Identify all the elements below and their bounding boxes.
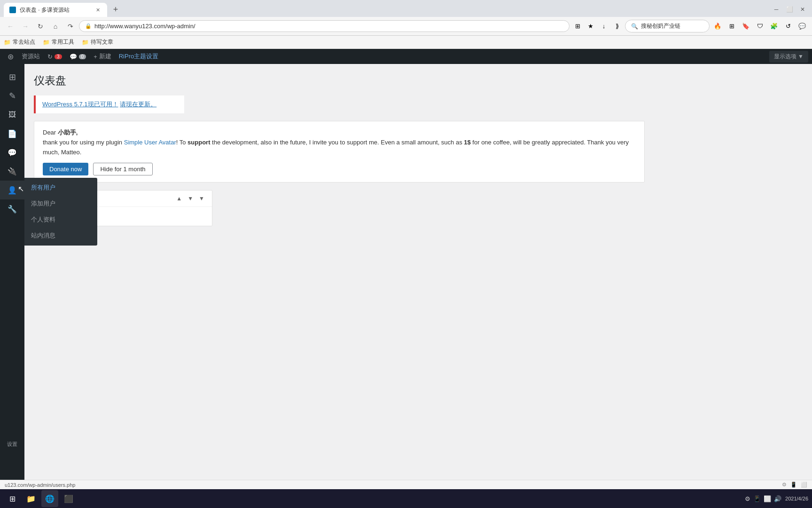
page-title: 仪表盘: [34, 73, 803, 88]
sidebar-item-dashboard[interactable]: ⊞: [0, 68, 24, 87]
forward-button[interactable]: →: [19, 20, 32, 33]
submenu-item-add-user[interactable]: 添加用户: [24, 196, 97, 212]
submenu-item-messages[interactable]: 站内消息: [24, 228, 97, 244]
tray-icon-4[interactable]: 🔊: [774, 495, 781, 502]
history-button[interactable]: ↷: [64, 20, 77, 33]
taskbar: ⊞ 📁 🌐 ⬛ ⚙ 📱 ⬜ 🔊 2021/4/26: [0, 489, 812, 508]
ext-refresh2-icon[interactable]: ↺: [782, 20, 794, 32]
wp-version-text: WordPress 5.7.1现已可用！: [42, 101, 118, 108]
window-controls: ─ ⬜ ✕: [771, 4, 808, 15]
widget-config-button[interactable]: ▼: [197, 194, 206, 203]
refresh-button[interactable]: ↻: [34, 20, 47, 33]
comments-item[interactable]: 💬 0: [67, 49, 89, 64]
browser-tab[interactable]: 仪表盘 · 多课资源站 ✕: [4, 3, 107, 17]
bookmark-label: 常去站点: [13, 38, 35, 46]
sidebar-item-settings[interactable]: 🔧: [0, 199, 24, 218]
notice-buttons: Donate now Hide for 1 month: [43, 163, 636, 175]
search-box[interactable]: 🔍 搜秘创奶产业链: [625, 20, 710, 32]
restore-button[interactable]: ⬜: [784, 4, 795, 15]
plugin-notice-text: Dear 小助手, thank you for using my plugin …: [43, 128, 636, 157]
amount-bold: 1$: [464, 139, 470, 146]
tab-favicon: [9, 7, 16, 13]
browser-window: 仪表盘 · 多课资源站 ✕ + ─ ⬜ ✕ ← → ↻ ⌂ ↷ 🔒 http:/…: [0, 0, 812, 508]
ext-apps-icon[interactable]: ⊞: [726, 20, 738, 32]
tab-close-icon[interactable]: ✕: [94, 6, 102, 14]
updates-item[interactable]: ↻ 3: [45, 49, 65, 64]
update-link[interactable]: 请现在更新。: [120, 101, 156, 108]
media-icon: 🖼: [8, 111, 16, 119]
new-item[interactable]: + 新建: [91, 49, 114, 64]
start-button[interactable]: ⊞: [4, 490, 21, 507]
sidebar-bottom-settings[interactable]: 设置: [0, 437, 24, 452]
ext-wechat-icon[interactable]: 💬: [796, 20, 808, 32]
update-notice-text: WordPress 5.7.1现已可用！ 请现在更新。: [42, 100, 156, 109]
sys-tray-icons: ⚙ 📱 ⬜ 🔊: [745, 495, 781, 502]
ext-shield-icon[interactable]: 🛡: [754, 20, 766, 32]
status-icon-3: ⬜: [801, 482, 807, 488]
address-bar[interactable]: 🔒 http://www.wanyu123.com/wp-admin/: [79, 20, 570, 32]
greeting-name: 小助手,: [58, 129, 78, 136]
submenu-item-all-users[interactable]: 所有用户: [24, 180, 97, 196]
minimize-button[interactable]: ─: [771, 4, 782, 15]
tray-icon-3[interactable]: ⬜: [764, 495, 771, 502]
dashboard-icon: ⊞: [9, 72, 16, 82]
donate-now-button[interactable]: Donate now: [43, 163, 88, 175]
display-options-button[interactable]: 显示选项 ▼: [769, 51, 808, 63]
tray-icon-2[interactable]: 📱: [753, 495, 761, 502]
hide-month-button[interactable]: Hide for 1 month: [93, 163, 152, 175]
ripro-item[interactable]: RiPro主题设置: [116, 49, 162, 64]
wp-main: ⊞ ✎ 🖼 📄 💬 🔌 👤: [0, 64, 812, 480]
status-icon-1: ⚙: [782, 482, 787, 488]
sidebar-item-pages[interactable]: 📄: [0, 124, 24, 143]
back-button[interactable]: ←: [4, 20, 17, 33]
status-url: u123.com/wp-admin/users.php: [5, 482, 75, 488]
ext-arrow-icon[interactable]: ⟫: [611, 20, 623, 32]
tray-icon-1[interactable]: ⚙: [745, 495, 750, 502]
updates-badge: 3: [55, 54, 62, 59]
security-icon: 🔒: [85, 23, 92, 29]
comments-side-icon: 💬: [8, 148, 17, 157]
ext-fire-icon[interactable]: 🔥: [711, 20, 724, 32]
new-icon: +: [94, 53, 97, 60]
widget-up-button[interactable]: ▲: [174, 194, 184, 203]
sidebar-item-comments[interactable]: 💬: [0, 143, 24, 162]
new-tab-button[interactable]: +: [109, 3, 122, 16]
status-icon-2: 📱: [790, 482, 797, 488]
ext-download-icon[interactable]: ↓: [598, 20, 610, 32]
taskbar-app-explorer[interactable]: 📁: [23, 490, 39, 507]
plugins-icon: 🔌: [8, 167, 17, 176]
bookmark-folder-icon3: 📁: [82, 39, 89, 46]
home-button[interactable]: ⌂: [49, 20, 62, 33]
plugin-link[interactable]: Simple User Avatar: [124, 139, 176, 146]
posts-icon: ✎: [9, 91, 16, 101]
ext-star-icon[interactable]: ★: [585, 20, 597, 32]
nav-bar: ← → ↻ ⌂ ↷ 🔒 http://www.wanyu123.com/wp-a…: [0, 17, 812, 36]
new-text: 新建: [99, 52, 111, 61]
wp-sidebar: ⊞ ✎ 🖼 📄 💬 🔌 👤: [0, 64, 24, 480]
ext-grid-icon[interactable]: ⊞: [571, 20, 584, 32]
bookmark-tools[interactable]: 📁 常用工具: [43, 38, 74, 46]
tab-bar: 仪表盘 · 多课资源站 ✕ + ─ ⬜ ✕: [0, 0, 812, 17]
search-icon: 🔍: [631, 23, 638, 30]
taskbar-app-chrome[interactable]: 🌐: [41, 490, 58, 507]
wp-logo[interactable]: ⊛: [4, 50, 17, 63]
bookmark-changqu[interactable]: 📁 常去站点: [4, 38, 35, 46]
taskbar-app-terminal[interactable]: ⬛: [60, 490, 77, 507]
taskbar-time: 2021/4/26: [785, 496, 808, 501]
widget-down-button[interactable]: ▼: [186, 194, 195, 203]
settings-icon: 🔧: [8, 205, 17, 214]
site-name-link[interactable]: 资源站: [19, 49, 43, 64]
search-text: 搜秘创奶产业链: [641, 22, 680, 30]
sidebar-item-media[interactable]: 🖼: [0, 105, 24, 124]
sidebar-item-users[interactable]: 👤: [0, 181, 24, 199]
sidebar-item-posts[interactable]: ✎: [0, 87, 24, 105]
bookmark-label2: 常用工具: [52, 38, 74, 46]
bookmark-articles[interactable]: 📁 待写文章: [82, 38, 113, 46]
sidebar-item-plugins[interactable]: 🔌: [0, 162, 24, 181]
wp-content: 仪表盘 WordPress 5.7.1现已可用！ 请现在更新。 Dear 小助手…: [24, 64, 812, 480]
ext-puzzle-icon[interactable]: 🧩: [768, 20, 780, 32]
address-text: http://www.wanyu123.com/wp-admin/: [94, 23, 195, 30]
close-button[interactable]: ✕: [797, 4, 808, 15]
ext-bookmark-icon[interactable]: 🔖: [740, 20, 752, 32]
submenu-item-profile[interactable]: 个人资料: [24, 212, 97, 228]
